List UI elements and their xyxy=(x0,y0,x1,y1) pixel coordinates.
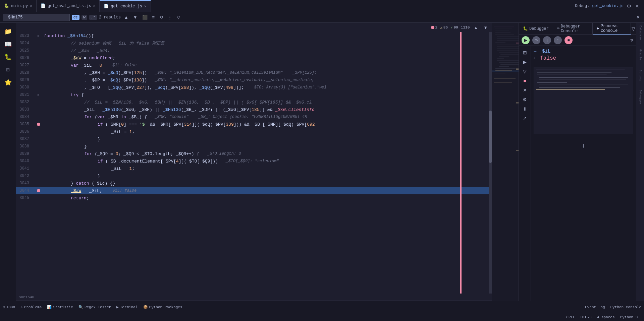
indent[interactable]: 4 spaces xyxy=(597,315,615,319)
resume-btn[interactable]: ▶ xyxy=(522,36,530,44)
expand-btn[interactable]: ▼ xyxy=(482,24,489,31)
breakpoint-3044[interactable] xyxy=(37,189,40,192)
main-area: 📁 📖 🐛 ⊞ ⭐ 2 ⚠ 86 ✓ 99 1110 ▲ xyxy=(0,23,644,301)
regex-tester-item[interactable]: 🔍 Regex Tester xyxy=(78,305,111,309)
todo-item[interactable]: ☑ TODO xyxy=(3,305,15,309)
tab-main-py[interactable]: 🐍 main.py ✕ xyxy=(0,0,37,12)
gutter-3025 xyxy=(35,47,43,54)
stop-btn[interactable]: ■ xyxy=(565,36,573,44)
line-ending[interactable]: CRLF xyxy=(566,315,575,319)
edge-label-spring[interactable]: Spring xyxy=(639,70,642,80)
debug-label: Debug: xyxy=(575,4,589,8)
tab-get-cookie[interactable]: 📄 get_cookie.js ✕ xyxy=(100,0,151,12)
gutter-3023[interactable]: ▶ xyxy=(35,32,43,40)
edge-label-debuggee[interactable]: Debuggee xyxy=(639,90,642,104)
line-content-3042: } xyxy=(43,172,492,180)
statistic-item[interactable]: 📊 Statistic xyxy=(47,305,73,309)
line-content-3025: // _$aW = _$64; xyxy=(43,47,492,54)
step-into-btn[interactable]: ↓ xyxy=(543,36,551,44)
line-num-3039: 3039 xyxy=(16,150,35,157)
edge-label-database[interactable]: Database xyxy=(639,25,642,40)
svg-rect-27 xyxy=(494,82,512,83)
tab-debugger[interactable]: 🐛 Debugger xyxy=(519,23,553,35)
line-content-3035: if (_$MR[0] === '$' && _$MR[_$PV[314]](_… xyxy=(43,121,492,128)
gutter-3039 xyxy=(35,150,43,157)
svg-rect-11 xyxy=(497,47,519,47)
info-icon: ✓ xyxy=(450,25,453,30)
search-multiline-btn[interactable]: ≡ xyxy=(151,14,156,20)
panel-expand-btn[interactable]: ▽ xyxy=(631,23,636,35)
scrollbar-thumb[interactable] xyxy=(489,111,492,163)
error-num: 2 xyxy=(435,25,438,29)
python-console-item[interactable]: Python Console xyxy=(610,305,641,309)
terminal-label: Terminal xyxy=(120,305,138,309)
rp-btn-6[interactable]: ⬆ xyxy=(521,105,529,113)
line-num-3041: 3041 xyxy=(16,165,35,172)
search-replace-btn[interactable]: ⟲ xyxy=(158,14,164,20)
sidebar-icon-debug[interactable]: 🐛 xyxy=(2,51,14,63)
rp-btn-filter[interactable]: ▽ xyxy=(521,67,529,75)
close-tab-btn[interactable]: ✕ xyxy=(93,4,96,8)
line-content-3037: } xyxy=(43,135,492,143)
line-count: 1110 xyxy=(461,25,470,29)
breakpoint-3035[interactable] xyxy=(37,123,40,126)
rp-btn-3[interactable]: ■ xyxy=(521,77,529,85)
svg-rect-26 xyxy=(494,78,516,79)
arrow-down-icon: ↓ xyxy=(582,142,585,149)
tab-get-eval[interactable]: 📄 get_eval_and_ts.js ✕ xyxy=(37,0,100,12)
tab-process-console-label: Process Console xyxy=(601,24,627,33)
sidebar-icon-explorer[interactable]: 📁 xyxy=(2,25,14,38)
close-tab-btn[interactable]: ✕ xyxy=(144,4,147,8)
rp-btn-7[interactable]: ↗ xyxy=(521,114,529,122)
rp-btn-5[interactable]: ⚙ xyxy=(521,95,529,104)
svg-rect-9 xyxy=(495,43,505,43)
svg-rect-43 xyxy=(539,86,626,86)
sidebar-icon-structure[interactable]: ⊞ xyxy=(2,64,14,76)
rp-btn-4[interactable]: ✕ xyxy=(521,86,529,94)
sidebar-icon-favorites[interactable]: ⭐ xyxy=(2,76,14,88)
python-console-label: Python Console xyxy=(610,305,641,309)
problems-item[interactable]: ⚠ Problems xyxy=(20,305,42,309)
encoding[interactable]: UTF-8 xyxy=(581,315,592,319)
close-search-btn[interactable]: ✕ xyxy=(635,14,641,20)
svg-rect-12 xyxy=(497,49,519,49)
debug-close-btn[interactable]: ✕ xyxy=(635,3,640,9)
code-container[interactable]: 3023 ▶ function _$Hn154(){ 3024 // selen… xyxy=(16,32,492,294)
search-filter-btn[interactable]: ▽ xyxy=(175,14,181,20)
scrollbar-y[interactable] xyxy=(489,32,492,294)
edge-label-gradle[interactable]: Gradle xyxy=(639,49,642,60)
step-over-btn[interactable]: ↷ xyxy=(532,36,540,44)
search-results: 2 results xyxy=(99,15,121,20)
svg-rect-38 xyxy=(539,77,628,78)
terminal-item[interactable]: ▶ Terminal xyxy=(116,305,138,309)
search-input[interactable] xyxy=(3,14,70,21)
rp-btn-2[interactable]: ▶ xyxy=(521,58,529,66)
line-content-3028: , _$BH = _$qQ(_$PV[125]) _$BH: "_Seleniu… xyxy=(43,69,492,76)
search-wrap-btn[interactable]: ⬛ xyxy=(141,14,149,20)
tab-process-console[interactable]: ▶ Process Console xyxy=(593,23,631,35)
event-log-label: Event Log xyxy=(585,305,605,309)
event-log-item[interactable]: Event Log xyxy=(585,305,605,309)
code-line-3023: 3023 ▶ function _$Hn154(){ xyxy=(16,32,492,40)
search-options-btn[interactable]: ⋮ xyxy=(166,14,173,20)
step-out-btn[interactable]: ↑ xyxy=(554,36,562,44)
rp-btn-1[interactable]: ⊞ xyxy=(521,49,529,57)
prev-result-btn[interactable]: ▲ xyxy=(123,14,130,20)
code-line-3028: 3028 , _$BH = _$qQ(_$PV[125]) _$BH: "_Se… xyxy=(16,69,492,76)
code-line-3026: 3026 _$aW = undefined; xyxy=(16,54,492,62)
line-num-3030: 3030 xyxy=(16,84,35,91)
python-packages-item[interactable]: 📦 Python Packages xyxy=(143,305,182,309)
gutter-3030 xyxy=(35,84,43,91)
next-result-btn[interactable]: ▼ xyxy=(132,14,139,20)
gutter-3031[interactable]: ▶ xyxy=(35,91,43,99)
tab-debugger-label: Debugger xyxy=(529,26,549,31)
line-content-3041: _$iL = 1; xyxy=(43,165,492,172)
debug-settings-btn[interactable]: ⚙ xyxy=(626,3,632,9)
gutter-3035[interactable] xyxy=(35,121,43,128)
close-tab-btn[interactable]: ✕ xyxy=(30,4,32,8)
sidebar-icon-learn[interactable]: 📖 xyxy=(2,38,14,50)
svg-rect-36 xyxy=(537,74,607,74)
error-count: 2 xyxy=(431,25,438,29)
tab-debugger-console[interactable]: ⌨ Debugger Console xyxy=(553,23,593,35)
collapse-btn[interactable]: ▲ xyxy=(472,24,479,31)
